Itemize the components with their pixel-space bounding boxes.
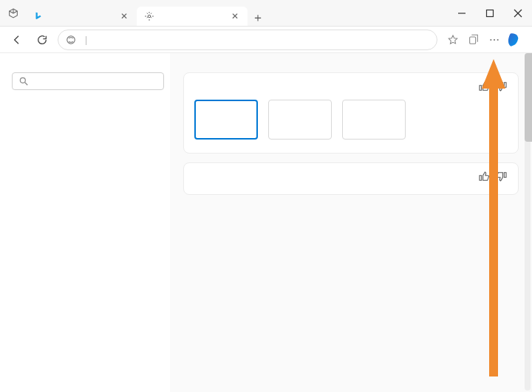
svg-point-7 [490, 38, 491, 40]
svg-point-10 [20, 78, 25, 83]
thumbs-down-icon[interactable] [496, 171, 508, 182]
svg-point-0 [148, 15, 151, 18]
close-icon[interactable]: ✕ [119, 11, 129, 21]
settings-search-input[interactable] [33, 76, 157, 86]
overall-options [194, 100, 508, 142]
more-button[interactable] [485, 30, 504, 49]
copilot-button[interactable] [505, 30, 525, 49]
thumbs-up-icon[interactable] [478, 80, 490, 92]
window-titlebar: ✕ ✕ ＋ [0, 0, 532, 27]
back-button[interactable] [7, 30, 27, 49]
appearance-option-system[interactable] [194, 100, 258, 142]
search-icon [18, 76, 29, 86]
svg-point-8 [494, 38, 495, 40]
settings-search[interactable] [12, 72, 164, 90]
svg-line-11 [25, 83, 28, 86]
close-window-button[interactable] [504, 0, 532, 26]
new-tab-button[interactable]: ＋ [248, 10, 268, 26]
favorite-button[interactable] [443, 30, 463, 49]
close-icon[interactable]: ✕ [230, 11, 240, 21]
svg-point-9 [497, 38, 499, 40]
edge-icon [66, 35, 76, 45]
tab-bing[interactable]: ✕ [26, 7, 137, 26]
minimize-button[interactable] [448, 0, 476, 26]
address-bar[interactable]: | [58, 30, 437, 50]
svg-rect-2 [487, 10, 494, 16]
thumbs-down-icon[interactable] [496, 80, 508, 92]
thumbs-up-icon[interactable] [478, 171, 490, 182]
appearance-option-light[interactable] [268, 100, 332, 142]
svg-rect-6 [470, 37, 476, 44]
browser-toolbar: | [0, 27, 532, 53]
scrollbar-thumb[interactable] [525, 53, 532, 142]
settings-sidebar [0, 53, 170, 392]
tab-strip: ✕ ✕ ＋ [26, 0, 448, 26]
tab-settings[interactable]: ✕ [137, 7, 248, 26]
theme-card [183, 162, 519, 195]
address-separator: | [85, 35, 87, 45]
collections-button[interactable] [464, 30, 483, 49]
workspace-icon[interactable] [0, 0, 26, 26]
refresh-button[interactable] [33, 30, 52, 49]
window-controls [448, 0, 532, 26]
settings-main [170, 53, 532, 392]
maximize-button[interactable] [476, 0, 504, 26]
overall-appearance-card [183, 72, 519, 154]
vertical-scrollbar[interactable] [525, 53, 531, 391]
appearance-option-dark[interactable] [342, 100, 406, 142]
